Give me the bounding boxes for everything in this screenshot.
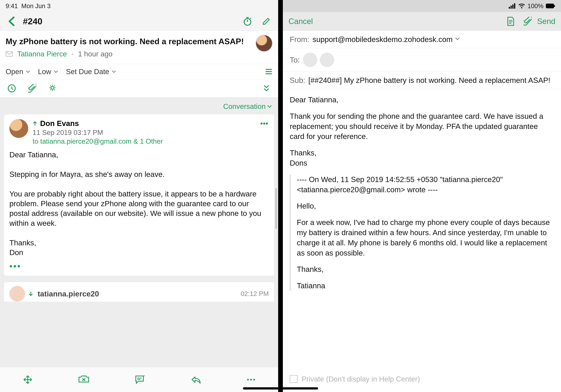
private-checkbox[interactable] [290,375,298,383]
svg-line-17 [54,89,55,90]
svg-rect-4 [6,52,12,56]
back-button[interactable] [6,15,18,28]
ticket-navbar: #240 [0,12,278,31]
scrollbar[interactable] [275,188,277,229]
from-field[interactable]: From: support@mobiledeskdemo.zohodesk.co… [283,31,561,48]
svg-line-18 [54,86,55,86]
cancel-button[interactable]: Cancel [289,17,313,26]
conversation-view-toggle[interactable]: Conversation [223,102,272,111]
recipient-chip[interactable] [303,53,317,67]
from-label: From: [290,35,309,44]
quote-body: For a week now, I've had to charge my ph… [297,218,554,258]
svg-point-32 [521,7,522,8]
ticket-action-bar: + [0,367,278,392]
svg-line-10 [12,89,13,89]
chevron-down-icon [112,70,116,73]
to-field[interactable]: To: [283,48,561,72]
show-trimmed-icon[interactable]: ••• [9,261,269,271]
resolution-icon[interactable] [47,83,58,94]
attachments-icon[interactable] [27,83,38,94]
svg-point-11 [51,86,54,89]
incoming-icon [29,291,33,296]
compose-body[interactable]: Dear Tatianna, Thank you for sending the… [283,89,561,372]
priority-dropdown[interactable]: Low [38,67,58,76]
subject-value: [##240##] My zPhone battery is not worki… [308,76,550,85]
recipient-chip[interactable] [320,53,334,67]
svg-rect-28 [509,7,510,9]
message-recipients[interactable]: to tatianna.pierce20@gmail.com & 1 Other [32,137,163,145]
quote-header: ---- On Wed, 11 Sep 2019 14:52:55 +0530 … [297,174,554,195]
subject-field[interactable]: Sub: [##240##] My zPhone battery is not … [283,72,561,89]
send-button[interactable]: Send [537,17,555,26]
body-greeting: Dear Tatianna, [290,95,554,105]
ticket-subject: My zPhone battery is not working. Need a… [6,36,272,46]
agent-avatar[interactable] [9,119,28,138]
body-thanks: Thanks, [290,149,316,157]
edit-icon[interactable] [260,15,272,28]
svg-rect-34 [554,5,555,7]
clock-time: 9:41 [6,2,18,9]
split-view-divider[interactable] [278,0,283,392]
message-body: Dear Tatianna, Stepping in for Mayra, as… [9,150,269,257]
attachment-icon[interactable] [521,15,534,28]
chevron-down-icon [26,70,30,73]
thread-message[interactable]: Don Evans 11 Sep 2019 03:17 PM to tatian… [4,114,274,276]
collapsed-time: 02:12 PM [241,290,269,297]
separator: - [71,50,74,58]
svg-rect-33 [546,4,554,8]
overflow-icon[interactable] [247,378,255,381]
due-date-value: Set Due Date [66,67,109,76]
contact-avatar-small [9,286,25,302]
svg-line-19 [50,89,51,90]
private-toggle-row[interactable]: Private (Don't display in Help Center) [283,372,561,392]
ticket-id-title: #240 [23,16,43,26]
contact-avatar[interactable] [256,35,272,52]
compose-navbar: Cancel Send [283,12,561,31]
menu-icon[interactable] [265,68,272,75]
expand-all-icon[interactable] [261,83,272,94]
body-paragraph: Thank you for sending the phone and the … [290,111,554,142]
thread-message-collapsed[interactable]: tatianna.pierce20 02:12 PM [4,282,274,302]
home-indicator[interactable] [243,387,318,390]
message-more-icon[interactable]: ••• [260,119,268,128]
ticket-age: 1 hour ago [78,50,112,58]
svg-rect-31 [514,3,515,9]
status-dropdown[interactable]: Open [6,67,30,76]
subject-label: Sub: [290,76,305,85]
body-signature: Dons [290,159,307,167]
to-label: To: [290,56,300,64]
timeline-icon[interactable] [6,83,17,94]
close-ticket-icon[interactable] [78,375,89,384]
svg-line-3 [250,18,251,19]
svg-line-16 [50,86,51,86]
reply-icon[interactable] [191,376,201,384]
svg-rect-1 [246,17,249,18]
ticket-tab-icons [0,79,278,98]
wifi-icon [518,3,525,9]
priority-value: Low [38,67,51,76]
ticket-header: My zPhone battery is not working. Need a… [0,31,278,64]
battery-percent: 100% [528,2,543,10]
svg-text:+: + [143,375,145,378]
template-icon[interactable] [504,15,517,28]
battery-icon [546,4,555,8]
collapsed-sender: tatianna.pierce20 [38,290,99,298]
private-label: Private (Don't display in Help Center) [302,375,420,383]
due-date-dropdown[interactable]: Set Due Date [66,67,116,76]
svg-point-26 [250,379,252,381]
from-address: support@mobiledeskdemo.zohodesk.com [313,35,453,44]
svg-point-27 [253,379,255,381]
message-sender: Don Evans [40,119,79,128]
timer-icon[interactable] [241,15,254,28]
clock-date: Mon Jun 3 [21,2,51,9]
chevron-down-icon [455,37,460,42]
status-value: Open [6,67,23,76]
conversation-feed[interactable]: Don Evans 11 Sep 2019 03:17 PM to tatian… [0,114,278,367]
message-timestamp: 11 Sep 2019 03:17 PM [32,129,163,136]
channel-email-icon [6,51,13,57]
view-mode-label: Conversation [223,102,266,111]
move-icon[interactable] [23,375,33,385]
contact-name[interactable]: Tatianna Pierce [17,50,67,58]
svg-rect-29 [510,6,512,9]
comment-icon[interactable]: + [135,375,145,384]
